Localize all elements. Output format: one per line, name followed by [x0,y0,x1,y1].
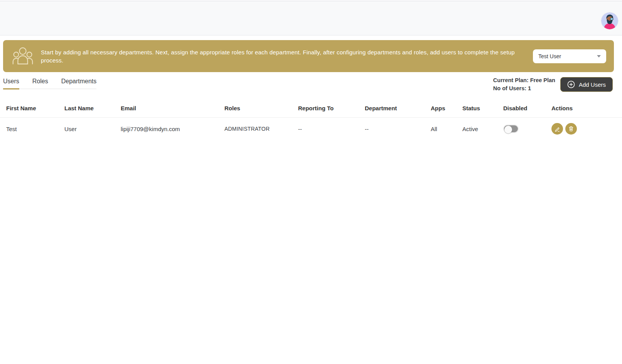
pencil-icon [554,126,560,132]
col-disabled: Disabled [497,100,545,118]
banner-message: Start by adding all necessary department… [41,48,522,64]
col-last-name: Last Name [58,100,115,118]
col-department: Department [359,100,425,118]
cell-actions [545,118,622,140]
table-row: Test User lipiji7709@kimdyn.com ADMINIST… [0,118,622,140]
col-apps: Apps [425,100,456,118]
avatar[interactable] [601,12,618,29]
delete-user-button[interactable] [565,123,577,135]
cell-status: Active [456,118,497,140]
top-header [0,1,622,35]
cell-reporting-to: -- [292,118,359,140]
cell-first-name: Test [0,118,58,140]
user-avatar-illustration [601,12,618,29]
trash-icon [568,126,574,132]
tab-bar: Users Roles Departments [3,76,96,89]
tab-roles[interactable]: Roles [32,76,48,89]
cell-department: -- [359,118,425,140]
cell-last-name: User [58,118,115,140]
onboarding-banner: Start by adding all necessary department… [3,40,614,72]
current-plan-text: Current Plan: Free Plan [493,76,555,84]
users-group-icon [12,46,33,66]
toolbar-right-group: Current Plan: Free Plan No of Users: 1 A… [493,76,613,93]
row-actions [551,123,622,135]
user-select-value: Test User [538,53,561,59]
table-header-row: First Name Last Name Email Roles Reporti… [0,100,622,118]
users-table: First Name Last Name Email Roles Reporti… [0,100,622,140]
cell-roles: ADMINISTRATOR [218,118,292,140]
add-users-label: Add Users [579,81,606,88]
col-status: Status [456,100,497,118]
user-count-text: No of Users: 1 [493,84,555,93]
user-select-dropdown[interactable]: Test User [533,49,606,63]
cell-email: lipiji7709@kimdyn.com [115,118,218,140]
plus-circle-icon [567,81,575,88]
toggle-knob [504,126,512,133]
edit-user-button[interactable] [551,123,563,135]
chevron-down-icon [597,55,601,57]
col-actions: Actions [545,100,622,118]
toolbar-row: Users Roles Departments Current Plan: Fr… [0,76,622,94]
col-roles: Roles [218,100,292,118]
col-reporting-to: Reporting To [292,100,359,118]
disabled-toggle[interactable] [503,125,519,133]
tab-users[interactable]: Users [3,76,19,89]
col-first-name: First Name [0,100,58,118]
cell-disabled [497,118,545,140]
plan-info: Current Plan: Free Plan No of Users: 1 [493,76,555,93]
add-users-button[interactable]: Add Users [560,77,613,92]
tab-departments[interactable]: Departments [61,76,97,89]
col-email: Email [115,100,218,118]
cell-apps: All [425,118,456,140]
